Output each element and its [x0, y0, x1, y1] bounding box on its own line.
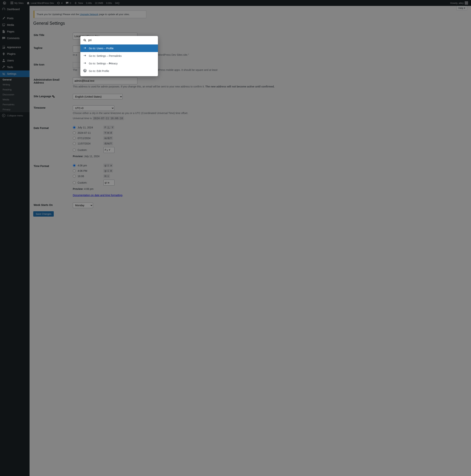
palette-result-label: Go to: Users – Profile	[89, 47, 114, 50]
palette-result-label: Go to: Edit Profile	[89, 69, 109, 72]
palette-result[interactable]: Go to: Settings – Permalinks	[80, 52, 158, 60]
palette-results: Go to: Users – ProfileGo to: Settings – …	[80, 44, 158, 76]
palette-result[interactable]: Go to: Edit Profile	[80, 67, 158, 75]
palette-search-input[interactable]	[88, 39, 155, 42]
arrow-right-icon	[83, 61, 87, 65]
wordpress-icon	[83, 69, 87, 73]
modal-overlay[interactable]	[0, 0, 471, 476]
palette-search-row	[80, 36, 158, 44]
palette-result-label: Go to: Settings – Permalinks	[89, 54, 122, 57]
palette-result[interactable]: Go to: Users – Profile	[80, 44, 158, 52]
palette-result[interactable]: Go to: Settings – Privacy	[80, 60, 158, 67]
arrow-right-icon	[83, 54, 87, 58]
search-icon	[83, 39, 87, 42]
command-palette: Go to: Users – ProfileGo to: Settings – …	[80, 36, 158, 76]
palette-result-label: Go to: Settings – Privacy	[89, 62, 118, 65]
arrow-right-icon	[83, 46, 87, 50]
